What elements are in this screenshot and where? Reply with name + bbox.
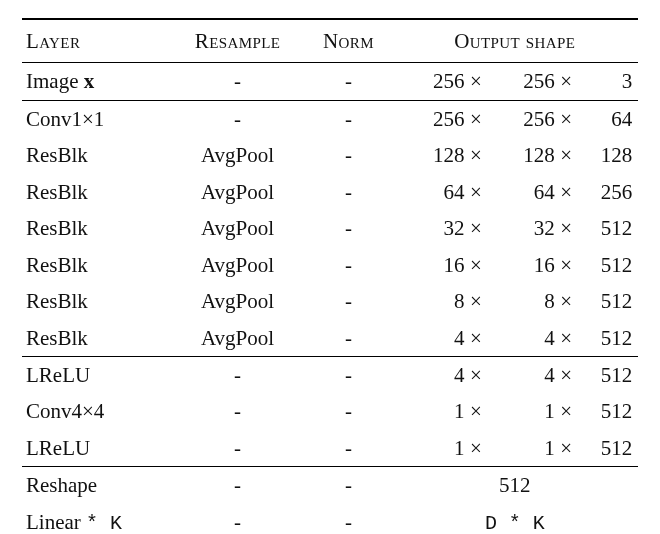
- table-row: Conv1×1--256×256×64: [22, 100, 638, 137]
- norm-cell: -: [305, 210, 391, 246]
- architecture-table: Layer Resample Norm Output shape Image x…: [22, 18, 638, 534]
- resample-cell: -: [170, 504, 306, 534]
- output-shape-cell: 256×256×64: [392, 100, 638, 137]
- output-shape-cell: 1×1×512: [392, 393, 638, 429]
- table-row: ResBlkAvgPool-4×4×512: [22, 320, 638, 357]
- norm-cell: -: [305, 137, 391, 173]
- resample-cell: AvgPool: [170, 174, 306, 210]
- norm-cell: -: [305, 247, 391, 283]
- output-shape-cell: 256×256×3: [392, 63, 638, 100]
- resample-cell: -: [170, 430, 306, 467]
- norm-cell: -: [305, 356, 391, 393]
- norm-cell: -: [305, 100, 391, 137]
- norm-cell: -: [305, 63, 391, 100]
- table-row: LReLU--4×4×512: [22, 356, 638, 393]
- layer-cell: ResBlk: [22, 283, 170, 319]
- output-shape-cell: 4×4×512: [392, 356, 638, 393]
- resample-cell: -: [170, 467, 306, 504]
- layer-cell: LReLU: [22, 430, 170, 467]
- table-row: ResBlkAvgPool-64×64×256: [22, 174, 638, 210]
- page: Layer Resample Norm Output shape Image x…: [0, 0, 660, 534]
- layer-cell: Reshape: [22, 467, 170, 504]
- norm-cell: -: [305, 174, 391, 210]
- resample-cell: -: [170, 100, 306, 137]
- table-row: Conv4×4--1×1×512: [22, 393, 638, 429]
- table-row: Linear * K--D * K: [22, 504, 638, 534]
- output-shape-cell: 1×1×512: [392, 430, 638, 467]
- norm-cell: -: [305, 504, 391, 534]
- header-layer: Layer: [22, 19, 170, 63]
- norm-cell: -: [305, 430, 391, 467]
- layer-cell: ResBlk: [22, 210, 170, 246]
- table-row: ResBlkAvgPool-128×128×128: [22, 137, 638, 173]
- output-shape-cell: D * K: [392, 504, 638, 534]
- resample-cell: -: [170, 63, 306, 100]
- header-resample: Resample: [170, 19, 306, 63]
- table-row: ResBlkAvgPool-16×16×512: [22, 247, 638, 283]
- layer-cell: Linear * K: [22, 504, 170, 534]
- resample-cell: AvgPool: [170, 283, 306, 319]
- table-row: Reshape--512: [22, 467, 638, 504]
- layer-cell: Conv4×4: [22, 393, 170, 429]
- norm-cell: -: [305, 320, 391, 357]
- table-body: Image x--256×256×3Conv1×1--256×256×64Res…: [22, 63, 638, 534]
- layer-cell: ResBlk: [22, 137, 170, 173]
- table-row: Image x--256×256×3: [22, 63, 638, 100]
- layer-cell: ResBlk: [22, 247, 170, 283]
- resample-cell: -: [170, 356, 306, 393]
- output-shape-cell: 128×128×128: [392, 137, 638, 173]
- layer-cell: ResBlk: [22, 174, 170, 210]
- table-row: ResBlkAvgPool-32×32×512: [22, 210, 638, 246]
- table-row: LReLU--1×1×512: [22, 430, 638, 467]
- header-norm: Norm: [305, 19, 391, 63]
- resample-cell: AvgPool: [170, 320, 306, 357]
- resample-cell: AvgPool: [170, 137, 306, 173]
- table-header-row: Layer Resample Norm Output shape: [22, 19, 638, 63]
- resample-cell: AvgPool: [170, 210, 306, 246]
- output-shape-cell: 4×4×512: [392, 320, 638, 357]
- output-shape-cell: 16×16×512: [392, 247, 638, 283]
- layer-cell: Conv1×1: [22, 100, 170, 137]
- output-shape-cell: 64×64×256: [392, 174, 638, 210]
- output-shape-cell: 32×32×512: [392, 210, 638, 246]
- output-shape-cell: 8×8×512: [392, 283, 638, 319]
- norm-cell: -: [305, 283, 391, 319]
- norm-cell: -: [305, 393, 391, 429]
- layer-cell: ResBlk: [22, 320, 170, 357]
- header-output: Output shape: [392, 19, 638, 63]
- output-shape-cell: 512: [392, 467, 638, 504]
- resample-cell: AvgPool: [170, 247, 306, 283]
- layer-cell: Image x: [22, 63, 170, 100]
- norm-cell: -: [305, 467, 391, 504]
- layer-cell: LReLU: [22, 356, 170, 393]
- resample-cell: -: [170, 393, 306, 429]
- table-row: ResBlkAvgPool-8×8×512: [22, 283, 638, 319]
